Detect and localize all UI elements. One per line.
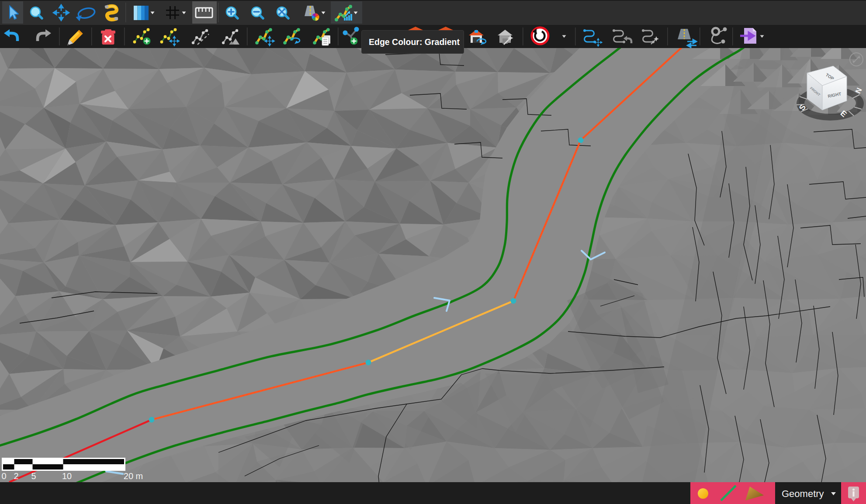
svg-text:0: 0 xyxy=(1,471,6,481)
svg-text:10: 10 xyxy=(62,471,72,481)
svg-text:Geometry: Geometry xyxy=(782,488,824,499)
svg-text:2: 2 xyxy=(14,471,18,481)
svg-text:5: 5 xyxy=(31,471,36,481)
svg-text:20 m: 20 m xyxy=(124,471,143,481)
